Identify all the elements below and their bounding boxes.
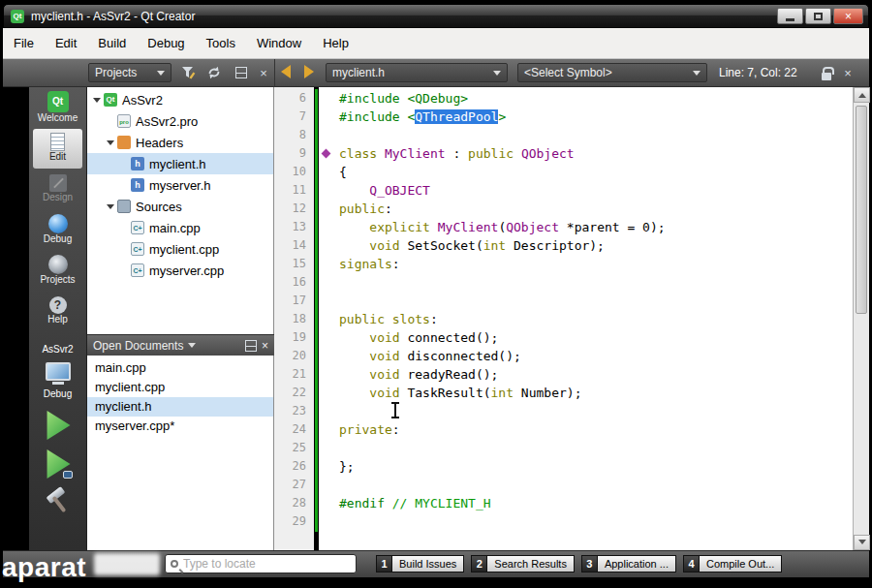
forward-icon[interactable] [304,65,314,78]
run-button[interactable] [46,411,71,440]
build-button[interactable] [45,488,72,513]
code-line[interactable] [339,512,853,531]
code-line[interactable]: #include <QDebug> [339,89,853,108]
filter-icon[interactable] [180,64,198,81]
code-line[interactable]: #endif // MYCLIENT_H [339,494,853,512]
mode-projects[interactable]: Projects [33,251,82,291]
code-line[interactable]: { [339,163,853,181]
open-documents-header[interactable]: Open Documents × [87,334,274,356]
code-segment: : [446,146,468,161]
code-line[interactable]: #include <QThreadPool> [339,108,853,126]
menu-build[interactable]: Build [87,28,137,58]
code-line[interactable]: void TaskResult(int Number); [339,384,853,402]
tree-row-main-cpp[interactable]: main.cpp [87,217,273,238]
caret-down-icon[interactable] [107,204,114,213]
line-number: 20 [274,347,314,365]
code-line[interactable] [339,292,853,310]
split-icon[interactable] [245,340,257,352]
debug-sphere-icon [48,214,68,233]
pane-number-badge: 2 [471,555,487,573]
open-file-dropdown[interactable]: myclient.h [326,63,508,82]
code-line[interactable]: }; [339,457,853,476]
open-doc-main-cpp[interactable]: main.cpp [87,358,273,378]
open-doc-myclient-cpp[interactable]: myclient.cpp [87,378,273,397]
menu-debug[interactable]: Debug [137,28,195,58]
close-button[interactable]: × [833,8,863,24]
mode-design[interactable]: Design [33,170,82,209]
scrollbar-thumb[interactable] [856,106,867,314]
titlebar[interactable]: Qt myclient.h - AsSvr2 - Qt Creator × [3,4,869,28]
locator[interactable] [165,554,357,573]
code-line[interactable]: private: [339,420,853,439]
line-number: 13 [274,218,314,236]
back-icon[interactable] [281,65,291,78]
line-number: 14 [274,236,314,255]
tree-row-myserver-cpp[interactable]: myserver.cpp [87,260,273,281]
scroll-down-button[interactable] [854,535,870,550]
tree-row-sources[interactable]: Sources [87,196,273,217]
monitor-icon[interactable] [46,362,71,381]
close-pane-icon[interactable]: × [255,64,272,81]
mode-help[interactable]: ?Help [33,292,82,331]
mode-edit[interactable]: Edit [33,129,82,169]
open-doc-myserver-cpp[interactable]: myserver.cpp* [87,417,273,436]
output-pane-search-results[interactable]: 2Search Results [471,555,575,573]
tree-row-assvr2[interactable]: AsSvr2 [87,89,273,110]
code-segment: SetSocket( [400,238,483,253]
code-segment: public slots [339,312,430,326]
code-line[interactable]: void readyRead(); [339,365,853,384]
code-line[interactable]: void connected(); [339,328,853,347]
code-line[interactable] [339,439,853,457]
menu-help[interactable]: Help [312,28,359,58]
caret-down-icon[interactable] [93,98,101,107]
split-icon[interactable] [233,64,250,81]
tree-row-myclient-cpp[interactable]: myclient.cpp [87,238,273,260]
code-line[interactable]: Q_OBJECT [339,181,853,200]
mode-welcome[interactable]: QtWelcome [33,88,82,128]
lock-icon[interactable] [818,64,835,81]
output-pane-application[interactable]: 3Application ... [581,555,676,573]
maximize-button[interactable] [805,8,831,24]
sync-icon[interactable] [205,64,223,81]
menu-window[interactable]: Window [246,28,312,58]
code-line[interactable]: signals: [339,255,853,273]
editor-scrollbar[interactable] [853,87,869,550]
scroll-up-button[interactable] [854,87,870,103]
tree-row-myserver-h[interactable]: myserver.h [87,174,273,196]
symbol-label: <Select Symbol> [524,66,612,79]
caret-down-icon[interactable] [107,140,114,149]
code-line[interactable] [339,402,853,420]
code-line[interactable]: class MyClient : public QObject [339,144,853,163]
code-line[interactable]: public: [339,200,853,218]
symbol-dropdown[interactable]: <Select Symbol> [517,63,707,82]
chevron-down-icon [693,71,701,79]
locator-input[interactable] [183,557,351,571]
tree-row-headers[interactable]: Headers [87,132,273,153]
menu-edit[interactable]: Edit [45,28,87,58]
code-line[interactable]: void SetSocket(int Descriptor); [339,236,853,255]
code-line[interactable]: public slots: [339,310,853,328]
minimize-button[interactable] [777,8,803,24]
code-line[interactable] [339,273,853,292]
open-documents-title: Open Documents [93,339,183,353]
close-pane-icon[interactable]: × [262,339,268,353]
tree-row-myclient-h[interactable]: myclient.h [87,153,273,174]
code-segment: *parent = 0); [559,220,666,234]
open-documents-list: main.cppmyclient.cppmyclient.hmyserver.c… [87,356,274,550]
tree-row-assvr2-pro[interactable]: AsSvr2.pro [87,110,273,132]
menu-tools[interactable]: Tools [196,28,246,58]
menu-file[interactable]: File [3,28,45,58]
pane-selector-dropdown[interactable]: Projects [88,63,171,82]
output-pane-compile-out[interactable]: 4Compile Out... [683,555,782,573]
code-line[interactable] [339,126,853,144]
run-debug-button[interactable] [46,449,71,479]
output-pane-build-issues[interactable]: 1Build Issues [376,555,464,573]
open-doc-myclient-h[interactable]: myclient.h [87,397,273,417]
code-line[interactable]: void disconnected(); [339,347,853,365]
code-editor[interactable]: #include <QDebug>#include <QThreadPool>c… [319,87,853,550]
mode-debug[interactable]: Debug [33,210,82,250]
build-config-selector[interactable]: Debug [29,388,86,399]
code-line[interactable]: explicit MyClient(QObject *parent = 0); [339,218,853,236]
close-editor-icon[interactable]: × [839,64,856,81]
code-line[interactable] [339,476,853,494]
